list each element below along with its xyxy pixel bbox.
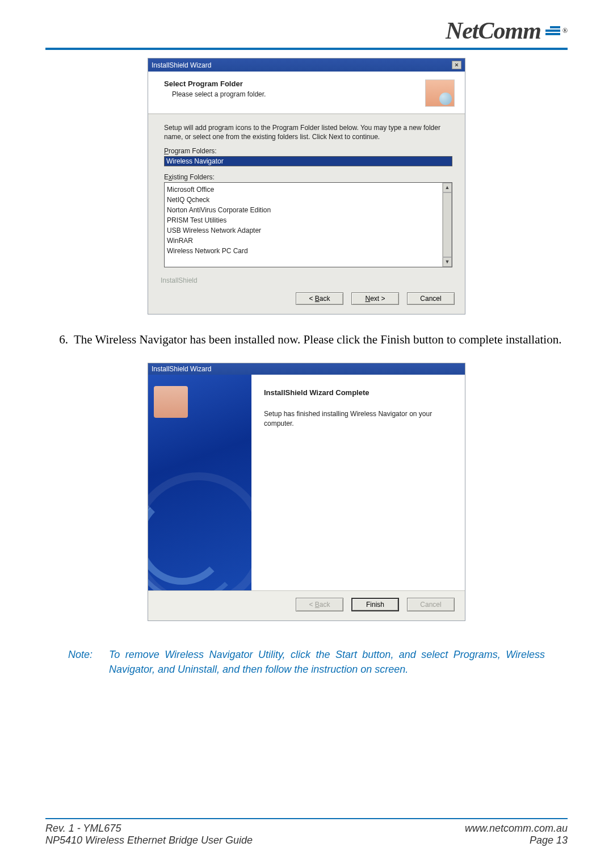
installshield-brand-label: InstallShield	[148, 276, 465, 288]
footer-divider	[45, 818, 568, 819]
list-item[interactable]: WinRAR	[167, 236, 450, 246]
wizard-complete-heading: InstallShield Wizard Complete	[264, 388, 452, 397]
list-item[interactable]: Norton AntiVirus Corporate Edition	[167, 205, 450, 215]
dialog-title: InstallShield Wizard	[152, 61, 211, 69]
list-item[interactable]: PRISM Test Utilities	[167, 215, 450, 225]
note-text: To remove Wireless Navigator Utility, cl…	[109, 647, 545, 677]
wizard-complete-text: Setup has finished installing Wireless N…	[264, 409, 452, 429]
wizard-complete-dialog: InstallShield Wizard InstallShield Wizar…	[148, 363, 465, 621]
list-item[interactable]: Microsoft Office	[167, 184, 450, 195]
wizard-side-graphic	[148, 375, 251, 590]
page-footer: Rev. 1 - YML675 www.netcomm.com.au NP541…	[45, 818, 568, 846]
instruction-step-6: 6. The Wireless Navigator has been insta…	[57, 332, 568, 347]
dialog-header: Select Program Folder Please select a pr…	[148, 72, 465, 114]
step-number: 6.	[57, 332, 68, 347]
list-item[interactable]: Wireless Network PC Card	[167, 246, 450, 256]
footer-guide: NP5410 Wireless Ethernet Bridge User Gui…	[45, 835, 253, 846]
program-folders-label: Program Folders:	[164, 147, 452, 155]
footer-url: www.netcomm.com.au	[465, 823, 568, 835]
footer-page: Page 13	[530, 835, 568, 846]
dialog-titlebar[interactable]: InstallShield Wizard	[148, 363, 465, 375]
next-button[interactable]: Next >	[351, 292, 399, 305]
cancel-button[interactable]: Cancel	[407, 292, 455, 305]
note-block: Note: To remove Wireless Navigator Utili…	[68, 647, 545, 677]
dialog-titlebar[interactable]: InstallShield Wizard ×	[148, 58, 465, 72]
scroll-up-icon[interactable]: ▲	[443, 183, 452, 192]
installer-box-icon	[425, 79, 455, 107]
list-item[interactable]: USB Wireless Network Adapter	[167, 225, 450, 236]
list-item[interactable]: NetIQ Qcheck	[167, 195, 450, 205]
program-folders-input[interactable]	[164, 156, 452, 166]
back-button: < Back	[296, 598, 343, 611]
scroll-down-icon[interactable]: ▼	[443, 257, 452, 267]
logo-stripes-icon	[545, 26, 560, 35]
note-label: Note:	[68, 647, 100, 677]
dialog-header-subtitle: Please select a program folder.	[172, 90, 419, 98]
footer-rev: Rev. 1 - YML675	[45, 823, 121, 835]
step-text: The Wireless Navigator has been installe…	[74, 332, 568, 347]
select-program-folder-dialog: InstallShield Wizard × Select Program Fo…	[148, 58, 465, 315]
cancel-button: Cancel	[407, 598, 455, 611]
dialog-title: InstallShield Wizard	[152, 365, 211, 373]
listbox-scrollbar[interactable]: ▲ ▼	[442, 183, 452, 267]
brand-name: NetComm	[446, 17, 541, 44]
existing-folders-label: Existing Folders:	[164, 173, 452, 181]
brand-logo: NetComm ®	[45, 17, 568, 44]
close-icon[interactable]: ×	[452, 61, 461, 69]
header-divider	[45, 48, 568, 50]
dialog-instructions: Setup will add program icons to the Prog…	[164, 123, 452, 141]
registered-mark: ®	[562, 27, 568, 35]
existing-folders-listbox[interactable]: Microsoft Office NetIQ Qcheck Norton Ant…	[164, 182, 452, 267]
back-button[interactable]: < Back	[296, 292, 343, 305]
scroll-thumb[interactable]	[443, 192, 452, 257]
dialog-header-title: Select Program Folder	[164, 79, 419, 88]
finish-button[interactable]: Finish	[351, 598, 399, 611]
